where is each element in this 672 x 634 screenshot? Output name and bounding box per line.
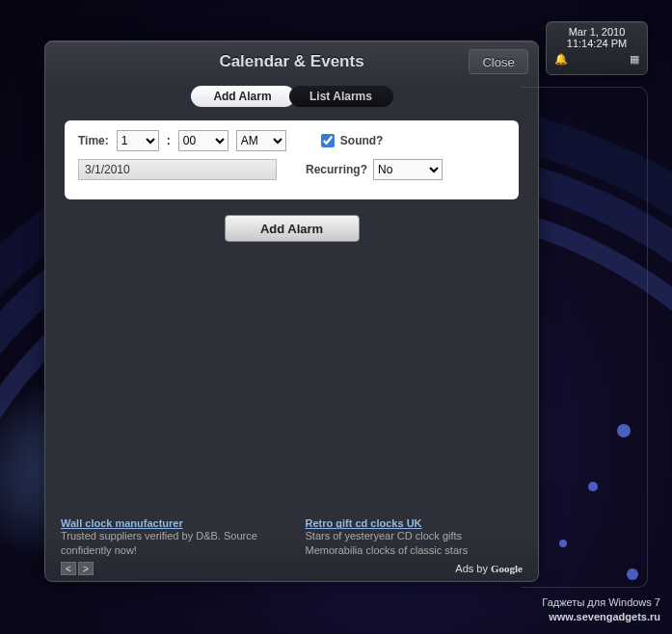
time-colon: :: [167, 134, 171, 147]
clock-time: 11:14:24 PM: [547, 38, 647, 49]
add-alarm-button[interactable]: Add Alarm: [225, 215, 360, 242]
clock-date: Mar 1, 2010: [547, 26, 647, 38]
recurring-label: Recurring?: [306, 163, 367, 176]
tab-add-alarm[interactable]: Add Alarm: [191, 86, 295, 107]
date-input[interactable]: [78, 159, 277, 180]
recurring-select[interactable]: No: [373, 159, 443, 180]
ads-byline: Ads by Google: [455, 563, 523, 574]
panel-title: Calendar & Events: [219, 52, 363, 71]
time-label: Time:: [78, 134, 109, 147]
calendar-icon[interactable]: ▦: [630, 53, 639, 66]
clock-gadget: Mar 1, 2010 11:14:24 PM 🔔 ▦: [546, 21, 648, 75]
bell-icon[interactable]: 🔔: [554, 53, 568, 66]
watermark-line1: Гаджеты для Windows 7: [542, 595, 660, 610]
ad-item: Wall clock manufacturer Trusted supplier…: [61, 517, 279, 558]
calendar-events-panel: Calendar & Events Close Add Alarm List A…: [44, 40, 539, 582]
tabs: Add Alarm List Alarms: [45, 82, 538, 115]
watermark: Гаджеты для Windows 7 www.sevengadgets.r…: [542, 595, 660, 624]
alarm-form: Time: 1 : 00 AM Sound? Recurring? No: [65, 120, 519, 199]
outline-panel: [521, 87, 648, 588]
ad-link[interactable]: Retro gift cd clocks UK: [306, 517, 524, 529]
ads-block: Wall clock manufacturer Trusted supplier…: [61, 517, 523, 575]
ad-next-button[interactable]: >: [78, 562, 94, 575]
sound-label: Sound?: [340, 134, 384, 147]
tab-list-alarms[interactable]: List Alarms: [289, 86, 393, 107]
close-button[interactable]: Close: [469, 49, 528, 74]
titlebar: Calendar & Events Close: [45, 41, 538, 82]
sound-checkbox[interactable]: [321, 134, 335, 147]
ampm-select[interactable]: AM: [236, 130, 286, 151]
ad-desc: Stars of yesteryear CD clock gifts Memor…: [306, 529, 524, 558]
ad-prev-button[interactable]: <: [61, 562, 76, 575]
ad-item: Retro gift cd clocks UK Stars of yestery…: [306, 517, 524, 558]
minute-select[interactable]: 00: [178, 130, 228, 151]
ad-desc: Trusted suppliers verified by D&B. Sourc…: [61, 529, 279, 558]
watermark-line2: www.sevengadgets.ru: [542, 610, 660, 624]
hour-select[interactable]: 1: [117, 130, 159, 151]
ad-link[interactable]: Wall clock manufacturer: [61, 517, 279, 529]
